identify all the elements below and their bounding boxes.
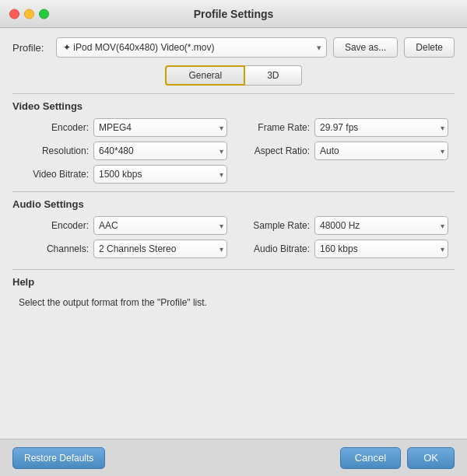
window-title: Profile Settings (194, 8, 274, 20)
help-text: Select the output format from the "Profi… (12, 294, 455, 308)
ok-button[interactable]: OK (407, 447, 455, 469)
audio-bitrate-select-wrapper: 160 kbps 128 kbps 320 kbps (314, 240, 448, 258)
audio-settings-title: Audio Settings (12, 198, 455, 210)
video-bitrate-row: Video Bitrate: 1500 kbps 2000 kbps 3000 … (19, 165, 227, 184)
frame-rate-select-wrapper: 29.97 fps 25 fps 30 fps (314, 118, 448, 137)
aspect-ratio-row: Aspect Ratio: Auto 4:3 16:9 (240, 142, 448, 160)
footer: Restore Defaults Cancel OK (0, 439, 467, 476)
cancel-button[interactable]: Cancel (340, 447, 401, 469)
audio-settings-section: Audio Settings Encoder: AAC MP3 AC3 Samp… (12, 191, 455, 258)
profile-label: Profile: (12, 42, 50, 54)
help-section: Help Select the output format from the "… (12, 269, 455, 308)
video-divider (12, 93, 455, 94)
footer-right: Cancel OK (340, 447, 455, 469)
video-bitrate-select[interactable]: 1500 kbps 2000 kbps 3000 kbps (93, 165, 227, 184)
sample-rate-select[interactable]: 48000 Hz 44100 Hz 22050 Hz (314, 216, 448, 235)
profile-select[interactable]: ✦ iPod MOV(640x480) Video(*.mov) (56, 37, 327, 58)
maximize-button[interactable] (39, 9, 49, 19)
close-button[interactable] (9, 9, 19, 19)
frame-rate-label: Frame Rate: (240, 122, 310, 133)
main-content: Profile: ✦ iPod MOV(640x480) Video(*.mov… (0, 28, 467, 439)
help-title: Help (12, 276, 455, 288)
profile-row: Profile: ✦ iPod MOV(640x480) Video(*.mov… (12, 37, 455, 58)
resolution-select-wrapper: 640*480 1280*720 1920*1080 (93, 142, 227, 160)
resolution-select[interactable]: 640*480 1280*720 1920*1080 (93, 142, 227, 160)
frame-rate-select[interactable]: 29.97 fps 25 fps 30 fps (314, 118, 448, 137)
grid-spacer (240, 165, 448, 184)
audio-divider (12, 191, 455, 192)
tab-general[interactable]: General (165, 65, 245, 86)
sample-rate-label: Sample Rate: (240, 220, 310, 231)
video-settings-grid: Encoder: MPEG4 H.264 H.265 Frame Rate: 2… (12, 118, 455, 184)
audio-bitrate-label: Audio Bitrate: (240, 243, 310, 254)
tabs-row: General 3D (12, 65, 455, 86)
traffic-lights (9, 9, 49, 19)
channels-select[interactable]: 2 Channels Stereo 1 Channel Mono 5.1 Cha… (93, 240, 227, 258)
video-encoder-label: Encoder: (19, 122, 89, 133)
audio-encoder-label: Encoder: (19, 220, 89, 231)
channels-label: Channels: (19, 243, 89, 254)
channels-row: Channels: 2 Channels Stereo 1 Channel Mo… (19, 240, 227, 258)
help-divider (12, 269, 455, 270)
video-bitrate-select-wrapper: 1500 kbps 2000 kbps 3000 kbps (93, 165, 227, 184)
audio-bitrate-row: Audio Bitrate: 160 kbps 128 kbps 320 kbp… (240, 240, 448, 258)
aspect-ratio-select[interactable]: Auto 4:3 16:9 (314, 142, 448, 160)
channels-select-wrapper: 2 Channels Stereo 1 Channel Mono 5.1 Cha… (93, 240, 227, 258)
delete-button[interactable]: Delete (404, 37, 455, 58)
audio-bitrate-select[interactable]: 160 kbps 128 kbps 320 kbps (314, 240, 448, 258)
audio-encoder-select-wrapper: AAC MP3 AC3 (93, 216, 227, 235)
video-bitrate-label: Video Bitrate: (19, 169, 89, 180)
resolution-label: Resolution: (19, 145, 89, 156)
audio-encoder-select[interactable]: AAC MP3 AC3 (93, 216, 227, 235)
save-as-button[interactable]: Save as... (333, 37, 398, 58)
video-settings-title: Video Settings (12, 100, 455, 112)
frame-rate-row: Frame Rate: 29.97 fps 25 fps 30 fps (240, 118, 448, 137)
video-settings-section: Video Settings Encoder: MPEG4 H.264 H.26… (12, 93, 455, 184)
title-bar: Profile Settings (0, 0, 467, 28)
aspect-ratio-select-wrapper: Auto 4:3 16:9 (314, 142, 448, 160)
minimize-button[interactable] (24, 9, 34, 19)
restore-defaults-button[interactable]: Restore Defaults (12, 447, 105, 469)
sample-rate-select-wrapper: 48000 Hz 44100 Hz 22050 Hz (314, 216, 448, 235)
video-encoder-row: Encoder: MPEG4 H.264 H.265 (19, 118, 227, 137)
sample-rate-row: Sample Rate: 48000 Hz 44100 Hz 22050 Hz (240, 216, 448, 235)
profile-select-wrapper: ✦ iPod MOV(640x480) Video(*.mov) (56, 37, 327, 58)
video-encoder-select-wrapper: MPEG4 H.264 H.265 (93, 118, 227, 137)
resolution-row: Resolution: 640*480 1280*720 1920*1080 (19, 142, 227, 160)
audio-settings-grid: Encoder: AAC MP3 AC3 Sample Rate: 48000 … (12, 216, 455, 258)
tab-3d[interactable]: 3D (245, 65, 301, 86)
audio-encoder-row: Encoder: AAC MP3 AC3 (19, 216, 227, 235)
aspect-ratio-label: Aspect Ratio: (240, 145, 310, 156)
video-encoder-select[interactable]: MPEG4 H.264 H.265 (93, 118, 227, 137)
